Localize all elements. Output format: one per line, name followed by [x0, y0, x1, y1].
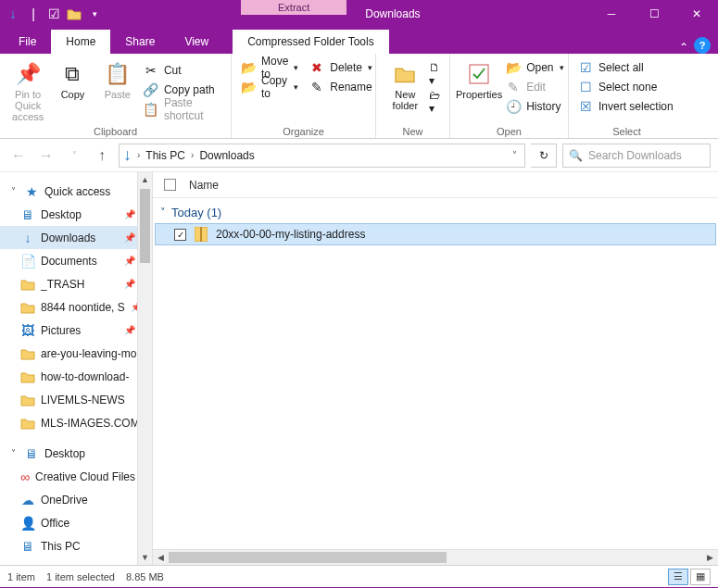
- address-bar-row: ← → ˅ ↑ ↓ › This PC › Downloads ˅ ↻ 🔍 Se…: [0, 139, 718, 172]
- nav-howto[interactable]: how-to-download-: [0, 365, 152, 388]
- star-icon: ★: [24, 184, 39, 199]
- recent-locations-button[interactable]: ˅: [63, 144, 85, 167]
- details-view-button[interactable]: ☰: [668, 569, 688, 585]
- tab-home[interactable]: Home: [51, 30, 110, 54]
- history-button[interactable]: 🕘History: [502, 96, 567, 116]
- delete-x-icon: ✖: [309, 60, 324, 75]
- scroll-thumb[interactable]: [140, 189, 150, 263]
- group-today[interactable]: ˅ Today (1): [153, 202, 718, 223]
- minimize-ribbon-icon[interactable]: ⌃: [677, 41, 690, 54]
- copy-to-icon: 📂: [241, 80, 256, 94]
- nav-scrollbar[interactable]: ▲ ▼: [137, 172, 152, 565]
- easy-access-icon[interactable]: 🗁▾: [429, 89, 444, 115]
- nav-desktop[interactable]: 🖥Desktop📌: [0, 203, 152, 226]
- paste-shortcut-button[interactable]: 📋Paste shortcut: [140, 100, 225, 119]
- nav-quick-access[interactable]: ˅★Quick access: [0, 180, 152, 203]
- search-box[interactable]: 🔍 Search Downloads: [562, 144, 711, 168]
- dropdown-icon[interactable]: ▾: [87, 6, 102, 21]
- nav-office[interactable]: 👤Office: [0, 511, 152, 534]
- back-button[interactable]: ←: [7, 144, 30, 167]
- ribbon-tabs: File Home Share View Compressed Folder T…: [0, 28, 718, 54]
- maximize-button[interactable]: ☐: [633, 0, 675, 28]
- column-name[interactable]: Name: [189, 179, 219, 192]
- address-bar[interactable]: ↓ › This PC › Downloads ˅: [119, 144, 525, 168]
- nav-livemls[interactable]: LIVEMLS-NEWS: [0, 388, 152, 411]
- open-button[interactable]: 📂Open▾: [502, 57, 567, 77]
- nav-leaving[interactable]: are-you-leaving-mo: [0, 342, 152, 365]
- invert-selection-button[interactable]: ☒Invert selection: [574, 96, 679, 116]
- folder-icon[interactable]: [67, 6, 82, 21]
- nav-noontide[interactable]: 8844 noontide, S📌: [0, 295, 152, 319]
- select-all-checkbox[interactable]: [164, 179, 176, 191]
- crumb-this-pc[interactable]: This PC: [145, 149, 185, 162]
- navigation-pane: ˅★Quick access 🖥Desktop📌 ↓Downloads📌 📄Do…: [0, 172, 153, 565]
- paste-button[interactable]: 📋 Paste: [95, 57, 140, 122]
- nav-mlsimg[interactable]: MLS-IMAGES.COM: [0, 411, 152, 434]
- group-clipboard-label: Clipboard: [0, 126, 231, 137]
- status-selected: 1 item selected: [46, 571, 115, 582]
- nav-this-pc[interactable]: 🖥This PC: [0, 534, 152, 557]
- search-placeholder: Search Downloads: [588, 149, 682, 162]
- zip-file-icon: [194, 227, 208, 242]
- group-new-label: New: [376, 126, 449, 137]
- folder-icon: [20, 300, 35, 315]
- downloads-arrow-icon: ↓: [123, 145, 132, 165]
- new-folder-button[interactable]: New folder: [382, 57, 429, 115]
- window-title: Downloads: [346, 0, 438, 28]
- cut-button[interactable]: ✂Cut: [140, 61, 225, 81]
- chevron-right-icon[interactable]: ›: [137, 150, 140, 160]
- nav-creative-cloud[interactable]: ∞Creative Cloud Files: [0, 465, 152, 488]
- edit-button[interactable]: ✎Edit: [502, 77, 567, 96]
- pin-icon: 📌: [124, 232, 135, 243]
- nav-trash[interactable]: _TRASH📌: [0, 272, 152, 295]
- copy-button[interactable]: ⧉ Copy: [50, 57, 94, 122]
- file-row[interactable]: ✓ 20xx-00-00-my-listing-address: [155, 223, 716, 245]
- select-none-button[interactable]: ☐Select none: [574, 77, 679, 96]
- close-button[interactable]: ✕: [675, 0, 718, 28]
- up-button[interactable]: ↑: [91, 144, 113, 167]
- horizontal-scrollbar[interactable]: ◀ ▶: [153, 549, 718, 565]
- nav-pictures[interactable]: 🖼Pictures📌: [0, 319, 152, 342]
- file-list[interactable]: ˅ Today (1) ✓ 20xx-00-00-my-listing-addr…: [153, 198, 718, 549]
- select-all-button[interactable]: ☑Select all: [574, 57, 679, 77]
- pin-icon: 📌: [124, 279, 135, 289]
- documents-icon: 📄: [20, 254, 35, 269]
- minimize-button[interactable]: ─: [590, 0, 633, 28]
- file-checkbox[interactable]: ✓: [174, 229, 186, 241]
- pin-icon: 📌: [15, 61, 41, 87]
- checkbox-checked-icon[interactable]: ☑: [46, 6, 61, 21]
- chevron-right-icon[interactable]: ›: [191, 150, 194, 160]
- this-pc-icon: 🖥: [20, 539, 35, 554]
- chevron-down-icon: ▾: [294, 82, 298, 92]
- arrow-down-icon[interactable]: ↓: [6, 6, 20, 21]
- tab-compressed-folder-tools[interactable]: Compressed Folder Tools: [233, 30, 389, 54]
- scroll-down-icon[interactable]: ▼: [138, 550, 152, 565]
- chevron-down-icon: ˅: [160, 206, 166, 219]
- pictures-icon: 🖼: [20, 323, 35, 338]
- rename-button[interactable]: ✎Rename: [306, 77, 376, 96]
- scroll-thumb[interactable]: [169, 552, 447, 563]
- tab-view[interactable]: View: [170, 30, 223, 54]
- forward-button[interactable]: →: [35, 144, 57, 167]
- pin-quick-access-button[interactable]: 📌 Pin to Quick access: [6, 57, 50, 122]
- address-dropdown-icon[interactable]: ˅: [509, 150, 521, 160]
- tab-file[interactable]: File: [4, 30, 51, 54]
- file-name: 20xx-00-00-my-listing-address: [216, 228, 365, 241]
- scroll-up-icon[interactable]: ▲: [138, 172, 152, 187]
- large-icons-view-button[interactable]: ▦: [690, 569, 711, 585]
- refresh-button[interactable]: ↻: [531, 144, 557, 168]
- new-item-icon[interactable]: 🗋▾: [429, 61, 444, 87]
- scroll-right-icon[interactable]: ▶: [702, 553, 718, 562]
- tab-share[interactable]: Share: [110, 30, 170, 54]
- properties-button[interactable]: Properties: [456, 57, 502, 116]
- copy-to-button[interactable]: 📂Copy to▾: [237, 77, 302, 96]
- nav-downloads[interactable]: ↓Downloads📌: [0, 226, 152, 249]
- help-button[interactable]: ?: [694, 37, 711, 54]
- nav-3d-objects[interactable]: ◨3D Objects: [0, 557, 152, 565]
- scroll-left-icon[interactable]: ◀: [153, 553, 169, 562]
- nav-onedrive[interactable]: ☁OneDrive: [0, 488, 152, 511]
- delete-button[interactable]: ✖Delete▾: [306, 57, 376, 77]
- nav-documents[interactable]: 📄Documents📌: [0, 249, 152, 272]
- crumb-downloads[interactable]: Downloads: [199, 149, 254, 162]
- nav-desktop-root[interactable]: ˅🖥Desktop: [0, 442, 152, 465]
